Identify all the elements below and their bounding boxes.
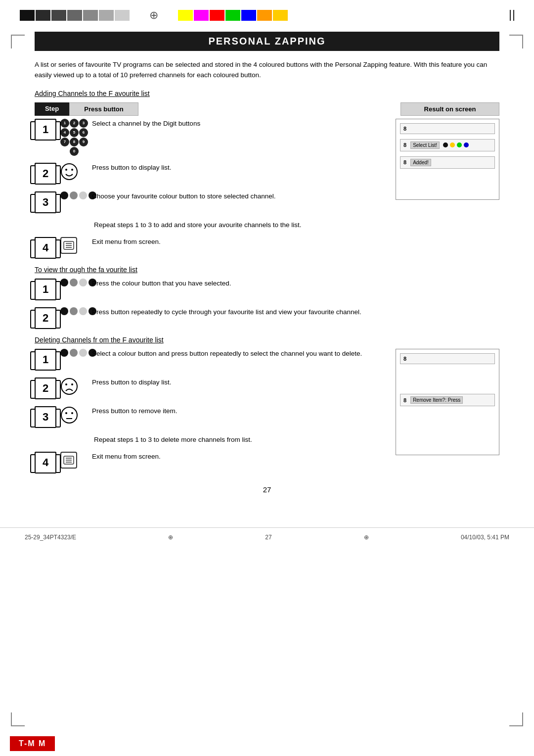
adding-steps-left: 1 1 2 3 4 5 6 7 8 9: [35, 119, 386, 266]
svg-point-2: [71, 169, 73, 171]
del-screen-spacer-1: [400, 369, 495, 391]
svg-point-0: [61, 164, 77, 180]
step-num-4: 4: [35, 237, 56, 259]
del-step-num-1: 1: [35, 349, 56, 371]
svg-point-12: [71, 412, 73, 414]
color-block: [67, 10, 82, 21]
adding-step-2-desc: Press button to display list.: [92, 163, 386, 173]
crosshair-bottom: ⊕: [168, 534, 173, 541]
adding-step-2: 2 Press button to display list.: [35, 163, 386, 185]
del-step-num-4: 4: [35, 452, 56, 473]
dot-lgrey: [79, 191, 87, 199]
digit-3: 3: [79, 119, 88, 128]
del-color-dots-1: [60, 349, 88, 357]
step-badge-2: 2: [35, 163, 56, 185]
del-step-num-3: 3: [35, 406, 56, 428]
del-step-badge-2: 2: [35, 378, 56, 399]
dot-s2: [450, 142, 455, 147]
digit-2: 2: [70, 119, 79, 128]
deleting-step-2: 2 Press button to display list.: [35, 378, 386, 399]
digit-6: 6: [79, 128, 88, 137]
adding-step-3b-desc: Repeat steps 1 to 3 to add and store you…: [94, 220, 386, 230]
del-step-badge-4: 4: [35, 452, 56, 473]
view-step-badge-2: 2: [35, 307, 56, 329]
svg-point-10: [61, 407, 77, 423]
viewing-step-1-desc: Press the colour button that you have se…: [92, 279, 499, 288]
del-menu-icon: [60, 452, 88, 469]
step-badge-4: 4: [35, 237, 56, 259]
digit-1: 1: [60, 119, 69, 128]
adding-heading: Adding Channels to the F avourite list: [35, 90, 499, 97]
viewing-step-2-desc: Press button repeatedly to cycle through…: [92, 307, 499, 317]
svg-point-8: [65, 383, 67, 385]
neutral-smiley-icon: [60, 406, 88, 424]
top-color-bar: ⊕: [0, 0, 534, 27]
color-block-blue: [241, 10, 256, 21]
color-block-orange: [257, 10, 272, 21]
viewing-heading: To view thr ough the fa vourite list: [35, 266, 499, 274]
crosshair-icon: ⊕: [149, 9, 158, 22]
brand-label: T-M M: [10, 736, 55, 751]
deleting-steps-left: 1 Select a colour button and press butto…: [35, 349, 386, 480]
screen-result-2: 8 Select List!: [400, 139, 495, 151]
left-color-blocks: [20, 10, 130, 21]
dot-black: [60, 191, 68, 199]
smiley-icon: [60, 163, 88, 181]
digit-8: 8: [70, 138, 79, 146]
screen-result-1: 8: [400, 123, 495, 134]
deleting-step-3: 3 Press button to remove item.: [35, 406, 386, 428]
color-block-red: [210, 10, 224, 21]
viewing-step-1: 1 Press the colour button that you have …: [35, 279, 499, 300]
del-step-badge-1: 1: [35, 349, 56, 371]
footer-center: 27: [265, 534, 271, 541]
viewing-section: To view thr ough the fa vourite list 1 P…: [35, 266, 499, 329]
color-dots-4: [60, 191, 88, 199]
ch-num-3: 8: [403, 159, 406, 165]
th-result: Result on screen: [400, 102, 499, 116]
view-step-badge-1: 1: [35, 279, 56, 300]
ch-num-2: 8: [403, 142, 406, 148]
adding-step-1: 1 1 2 3 4 5 6 7 8 9: [35, 119, 386, 156]
deleting-step-1: 1 Select a colour button and press butto…: [35, 349, 386, 371]
screen-result-3: 8 Added!: [400, 156, 495, 169]
color-block: [36, 10, 50, 21]
del-step-badge-3: 3: [35, 406, 56, 428]
svg-point-9: [71, 383, 73, 385]
step-badge-1: 1: [35, 119, 56, 141]
corner-mark-tr: [509, 35, 523, 48]
digit-0: 0: [70, 147, 79, 156]
deleting-step-2-desc: Press button to display list.: [92, 378, 386, 387]
label-added: Added!: [410, 159, 431, 166]
deleting-screen-results: 8 8 Remove Item?: Press: [396, 349, 499, 455]
color-block: [99, 10, 114, 21]
step-badge-3: 3: [35, 191, 56, 213]
label-select-list: Select List!: [410, 142, 440, 149]
dot-grey: [70, 191, 78, 199]
color-block: [20, 10, 35, 21]
del-ch-num-1: 8: [403, 356, 406, 362]
th-step: Step: [35, 102, 69, 116]
color-block-green: [225, 10, 240, 21]
deleting-step-1-desc: Select a colour button and press button …: [92, 349, 386, 359]
color-block: [51, 10, 66, 21]
view-color-dots-2: [60, 307, 88, 315]
adding-step-4-desc: Exit menu from screen.: [92, 237, 386, 247]
dot-s1: [443, 142, 448, 147]
digit-4: 4: [60, 128, 69, 137]
adding-step-3-desc: Choose your favourite colour button to s…: [92, 191, 386, 201]
th-press: Press button: [69, 102, 138, 116]
view-step-num-2: 2: [35, 307, 56, 329]
digit-9: 9: [79, 138, 88, 146]
del-step-num-2: 2: [35, 378, 56, 399]
deleting-heading: Deleting Channels fr om the F avourite l…: [35, 336, 499, 344]
footer-left: 25-29_34PT4323/E: [25, 534, 76, 541]
bottom-bar: 25-29_34PT4323/E ⊕ 27 ⊕ 04/10/03, 5:41 P…: [0, 527, 534, 547]
dot-s4: [464, 142, 469, 147]
right-vlines: [510, 10, 514, 21]
view-step-num-1: 1: [35, 279, 56, 300]
page-number: 27: [35, 485, 499, 494]
color-block-yellow: [178, 10, 193, 21]
deleting-step-4-desc: Exit menu from screen.: [92, 452, 386, 462]
svg-point-7: [61, 378, 77, 394]
ch-num-1: 8: [403, 126, 406, 132]
